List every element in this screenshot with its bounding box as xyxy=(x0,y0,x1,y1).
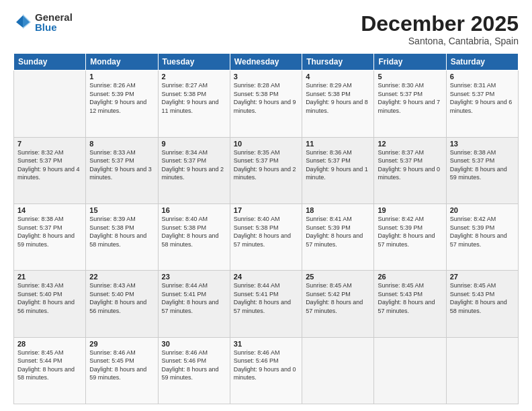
day-number: 2 xyxy=(162,73,226,81)
header-day-tuesday: Tuesday xyxy=(158,54,230,71)
day-number: 31 xyxy=(234,340,298,348)
day-number: 5 xyxy=(378,73,442,81)
page: General Blue December 2025 Santona, Cant… xyxy=(0,0,532,411)
day-number: 16 xyxy=(162,206,226,214)
day-cell: 18Sunrise: 8:41 AMSunset: 5:39 PMDayligh… xyxy=(302,203,374,270)
day-number: 26 xyxy=(378,273,442,281)
day-info: Sunrise: 8:40 AMSunset: 5:38 PMDaylight:… xyxy=(234,215,298,248)
title-block: December 2025 Santona, Cantabria, Spain xyxy=(361,12,519,46)
day-info: Sunrise: 8:45 AMSunset: 5:43 PMDaylight:… xyxy=(378,281,442,315)
day-cell: 24Sunrise: 8:44 AMSunset: 5:41 PMDayligh… xyxy=(230,271,302,337)
day-info: Sunrise: 8:42 AMSunset: 5:39 PMDaylight:… xyxy=(378,215,442,248)
day-number: 6 xyxy=(450,73,515,81)
day-info: Sunrise: 8:38 AMSunset: 5:37 PMDaylight:… xyxy=(450,148,515,182)
day-info: Sunrise: 8:46 AMSunset: 5:46 PMDaylight:… xyxy=(162,349,226,382)
day-number: 29 xyxy=(89,340,154,348)
day-cell xyxy=(446,337,518,404)
day-info: Sunrise: 8:26 AMSunset: 5:39 PMDaylight:… xyxy=(89,81,154,115)
day-number: 21 xyxy=(17,273,82,281)
day-info: Sunrise: 8:33 AMSunset: 5:37 PMDaylight:… xyxy=(89,148,154,182)
day-number: 7 xyxy=(17,140,82,148)
day-info: Sunrise: 8:32 AMSunset: 5:37 PMDaylight:… xyxy=(17,148,82,182)
day-info: Sunrise: 8:29 AMSunset: 5:38 PMDaylight:… xyxy=(306,81,370,115)
day-info: Sunrise: 8:35 AMSunset: 5:37 PMDaylight:… xyxy=(234,148,298,182)
day-cell: 21Sunrise: 8:43 AMSunset: 5:40 PMDayligh… xyxy=(14,271,86,337)
day-cell: 4Sunrise: 8:29 AMSunset: 5:38 PMDaylight… xyxy=(302,71,374,137)
day-cell: 20Sunrise: 8:42 AMSunset: 5:39 PMDayligh… xyxy=(446,203,518,270)
header-day-sunday: Sunday xyxy=(14,54,86,71)
header-day-thursday: Thursday xyxy=(302,54,374,71)
day-number: 3 xyxy=(234,73,298,81)
day-cell: 11Sunrise: 8:36 AMSunset: 5:37 PMDayligh… xyxy=(302,137,374,203)
header-day-wednesday: Wednesday xyxy=(230,54,302,71)
day-number: 8 xyxy=(89,140,154,148)
day-cell xyxy=(374,337,446,404)
day-cell: 13Sunrise: 8:38 AMSunset: 5:37 PMDayligh… xyxy=(446,137,518,203)
day-info: Sunrise: 8:30 AMSunset: 5:37 PMDaylight:… xyxy=(378,81,442,115)
day-cell: 10Sunrise: 8:35 AMSunset: 5:37 PMDayligh… xyxy=(230,137,302,203)
day-info: Sunrise: 8:43 AMSunset: 5:40 PMDaylight:… xyxy=(89,281,154,315)
day-number: 24 xyxy=(234,273,298,281)
subtitle: Santona, Cantabria, Spain xyxy=(361,36,519,46)
day-cell: 14Sunrise: 8:38 AMSunset: 5:37 PMDayligh… xyxy=(14,203,86,270)
day-cell: 5Sunrise: 8:30 AMSunset: 5:37 PMDaylight… xyxy=(374,71,446,137)
month-title: December 2025 xyxy=(361,12,519,36)
day-cell: 25Sunrise: 8:45 AMSunset: 5:42 PMDayligh… xyxy=(302,271,374,337)
day-cell: 23Sunrise: 8:44 AMSunset: 5:41 PMDayligh… xyxy=(158,271,230,337)
day-number: 11 xyxy=(306,140,370,148)
calendar-table: SundayMondayTuesdayWednesdayThursdayFrid… xyxy=(13,53,519,404)
day-cell: 9Sunrise: 8:34 AMSunset: 5:37 PMDaylight… xyxy=(158,137,230,203)
day-number: 1 xyxy=(89,73,154,81)
header-day-friday: Friday xyxy=(374,54,446,71)
day-info: Sunrise: 8:28 AMSunset: 5:38 PMDaylight:… xyxy=(234,81,298,115)
week-row-2: 14Sunrise: 8:38 AMSunset: 5:37 PMDayligh… xyxy=(14,203,519,270)
day-cell: 22Sunrise: 8:43 AMSunset: 5:40 PMDayligh… xyxy=(86,271,158,337)
logo-blue-text: Blue xyxy=(35,22,73,32)
day-cell: 27Sunrise: 8:45 AMSunset: 5:43 PMDayligh… xyxy=(446,271,518,337)
week-row-4: 28Sunrise: 8:45 AMSunset: 5:44 PMDayligh… xyxy=(14,337,519,404)
day-number: 17 xyxy=(234,206,298,214)
day-cell: 19Sunrise: 8:42 AMSunset: 5:39 PMDayligh… xyxy=(374,203,446,270)
day-info: Sunrise: 8:34 AMSunset: 5:37 PMDaylight:… xyxy=(162,148,226,182)
day-cell: 12Sunrise: 8:37 AMSunset: 5:37 PMDayligh… xyxy=(374,137,446,203)
day-cell: 2Sunrise: 8:27 AMSunset: 5:38 PMDaylight… xyxy=(158,71,230,137)
day-info: Sunrise: 8:44 AMSunset: 5:41 PMDaylight:… xyxy=(234,281,298,315)
header-day-monday: Monday xyxy=(86,54,158,71)
day-cell: 16Sunrise: 8:40 AMSunset: 5:38 PMDayligh… xyxy=(158,203,230,270)
day-cell: 7Sunrise: 8:32 AMSunset: 5:37 PMDaylight… xyxy=(14,137,86,203)
day-cell: 6Sunrise: 8:31 AMSunset: 5:37 PMDaylight… xyxy=(446,71,518,137)
day-info: Sunrise: 8:43 AMSunset: 5:40 PMDaylight:… xyxy=(17,281,82,315)
day-cell xyxy=(302,337,374,404)
day-info: Sunrise: 8:27 AMSunset: 5:38 PMDaylight:… xyxy=(162,81,226,115)
day-cell: 15Sunrise: 8:39 AMSunset: 5:38 PMDayligh… xyxy=(86,203,158,270)
day-cell: 26Sunrise: 8:45 AMSunset: 5:43 PMDayligh… xyxy=(374,271,446,337)
day-number: 22 xyxy=(89,273,154,281)
header: General Blue December 2025 Santona, Cant… xyxy=(13,12,519,46)
day-info: Sunrise: 8:37 AMSunset: 5:37 PMDaylight:… xyxy=(378,148,442,182)
day-number: 19 xyxy=(378,206,442,214)
day-number: 14 xyxy=(17,206,82,214)
week-row-1: 7Sunrise: 8:32 AMSunset: 5:37 PMDaylight… xyxy=(14,137,519,203)
day-info: Sunrise: 8:41 AMSunset: 5:39 PMDaylight:… xyxy=(306,215,370,248)
day-cell: 28Sunrise: 8:45 AMSunset: 5:44 PMDayligh… xyxy=(14,337,86,404)
day-cell: 1Sunrise: 8:26 AMSunset: 5:39 PMDaylight… xyxy=(86,71,158,137)
day-cell: 3Sunrise: 8:28 AMSunset: 5:38 PMDaylight… xyxy=(230,71,302,137)
day-number: 9 xyxy=(162,140,226,148)
day-info: Sunrise: 8:38 AMSunset: 5:37 PMDaylight:… xyxy=(17,215,82,248)
day-info: Sunrise: 8:44 AMSunset: 5:41 PMDaylight:… xyxy=(162,281,226,315)
day-number: 23 xyxy=(162,273,226,281)
day-info: Sunrise: 8:42 AMSunset: 5:39 PMDaylight:… xyxy=(450,215,515,248)
day-number: 13 xyxy=(450,140,515,148)
day-number: 4 xyxy=(306,73,370,81)
day-cell: 29Sunrise: 8:46 AMSunset: 5:45 PMDayligh… xyxy=(86,337,158,404)
day-info: Sunrise: 8:45 AMSunset: 5:43 PMDaylight:… xyxy=(450,281,515,315)
day-number: 15 xyxy=(89,206,154,214)
day-info: Sunrise: 8:31 AMSunset: 5:37 PMDaylight:… xyxy=(450,81,515,115)
day-cell: 30Sunrise: 8:46 AMSunset: 5:46 PMDayligh… xyxy=(158,337,230,404)
day-info: Sunrise: 8:40 AMSunset: 5:38 PMDaylight:… xyxy=(162,215,226,248)
day-info: Sunrise: 8:46 AMSunset: 5:46 PMDaylight:… xyxy=(234,349,298,382)
day-cell xyxy=(14,71,86,137)
day-number: 28 xyxy=(17,340,82,348)
week-row-3: 21Sunrise: 8:43 AMSunset: 5:40 PMDayligh… xyxy=(14,271,519,337)
day-info: Sunrise: 8:45 AMSunset: 5:44 PMDaylight:… xyxy=(17,349,82,382)
